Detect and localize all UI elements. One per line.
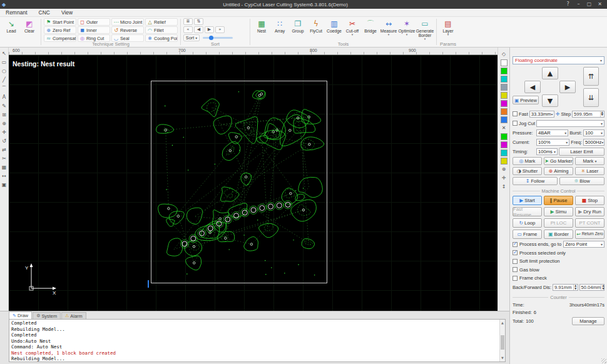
mark-button[interactable]: ◎Mark	[513, 157, 542, 165]
sort-nav-icon-3[interactable]: »	[215, 26, 225, 33]
tool-button-coedge[interactable]: ▥Coedge	[325, 18, 343, 41]
stop-button[interactable]: ■Stop	[575, 196, 604, 205]
spinner-arrows[interactable]: ▲▼	[601, 285, 604, 290]
frame-button[interactable]: ▭Frame	[513, 230, 542, 239]
pt-loc-button[interactable]: Pt LOC	[544, 218, 573, 228]
tool-button-measure[interactable]: ↔Measure▾	[380, 18, 397, 41]
return-zero-button[interactable]: ↩Return Zero	[575, 230, 604, 239]
laser-toggle[interactable]: ✳Laser	[575, 167, 604, 175]
soft-limit-protection-checkbox[interactable]	[513, 259, 518, 264]
ribbon-button-micro-joint[interactable]: ⋯Micro Joint	[111, 18, 144, 26]
rectangle-icon[interactable]: ▭	[1, 58, 8, 66]
layer-color-swatch[interactable]	[501, 59, 508, 66]
tool-button-flycut[interactable]: ϟFlyCut	[307, 18, 325, 41]
jog-right-button[interactable]: ▶	[559, 81, 576, 93]
z-down-button[interactable]: ⇊	[583, 88, 599, 107]
ribbon-button-start-point[interactable]: ⚑Start Point	[44, 18, 76, 26]
measure-icon[interactable]: ↔	[1, 172, 8, 180]
layer-color-swatch[interactable]	[501, 141, 508, 148]
sort-nav-icon-2[interactable]: ▶	[205, 26, 214, 33]
layer-color-swatch[interactable]	[501, 158, 508, 164]
process-selected-only-checkbox[interactable]	[513, 250, 518, 255]
scroll-up-icon[interactable]: ▲	[500, 320, 505, 326]
ribbon-button-outer[interactable]: ◻Outer	[78, 18, 110, 26]
layer-color-swatch[interactable]	[501, 68, 508, 74]
mark-menu-button[interactable]: Mark▾	[575, 157, 604, 165]
log-tab-alarm[interactable]: ⚠Alarm	[61, 312, 86, 319]
burst-select[interactable]: 100▾	[583, 129, 604, 136]
help-button[interactable]: ?	[563, 1, 573, 8]
sort-nav-icon-0[interactable]: «	[183, 26, 193, 33]
dry-run-button[interactable]: ▶Dry Run	[575, 207, 604, 216]
nest-icon[interactable]: ▦	[1, 163, 8, 171]
jog-left-button[interactable]: ◀	[524, 81, 541, 93]
maximize-button[interactable]: ▢	[584, 1, 594, 8]
cut-icon[interactable]: ✂	[1, 154, 8, 163]
z-up-button[interactable]: ⇈	[583, 67, 599, 86]
pan-icon[interactable]: ✛	[1, 128, 8, 136]
layer-icon[interactable]: ▣	[1, 181, 8, 189]
sort-order-icon-0[interactable]: ≣	[183, 18, 193, 25]
layer-color-swatch[interactable]	[501, 108, 508, 115]
pan-view-icon[interactable]: ✛	[500, 174, 508, 182]
layer-select-icon[interactable]: ◇	[500, 51, 508, 58]
ribbon-button-relief[interactable]: △Relief	[145, 18, 178, 26]
simu-button[interactable]: ▶Simu	[544, 207, 573, 216]
preview-button[interactable]: ▣ Preview	[513, 96, 539, 104]
tool-button-nest[interactable]: ▦Nest	[253, 18, 270, 41]
timing-select[interactable]: 100ms▾	[536, 148, 558, 155]
jog-cut-checkbox[interactable]	[513, 121, 518, 126]
sort-button[interactable]: Sort ▾	[183, 34, 200, 41]
circle-icon[interactable]: ○	[1, 67, 8, 75]
tool-button-group[interactable]: ❐Group	[289, 18, 307, 41]
minimize-button[interactable]: –	[573, 1, 584, 8]
ribbon-button-fillet[interactable]: ◠Fillet	[145, 26, 178, 34]
gas-blow-checkbox[interactable]	[513, 267, 518, 272]
menu-item-view[interactable]: View	[56, 9, 78, 17]
forward-distance-input[interactable]: 50.04mm ▲▼	[579, 284, 604, 291]
select-icon[interactable]: ↖	[1, 49, 8, 58]
zoom-icon[interactable]: ⊕	[1, 119, 8, 128]
text-icon[interactable]: A	[1, 93, 8, 101]
ribbon-button-zero-ref[interactable]: ⊕Zero Ref	[44, 26, 76, 34]
process-end-position-select[interactable]: Zero Point▾	[563, 241, 604, 248]
arc-icon[interactable]: ⌒	[1, 84, 8, 93]
fast-resume-button[interactable]: Fast Resume	[513, 207, 542, 216]
border-button[interactable]: ▣Border	[544, 230, 573, 239]
line-icon[interactable]: ╱	[1, 76, 8, 84]
menu-item-remnant[interactable]: Remnant	[0, 9, 33, 17]
current-select[interactable]: 100%▾	[536, 139, 569, 146]
clear-layer-icon[interactable]: ✕	[500, 124, 508, 132]
coordinate-mode-select[interactable]: Floating coordinate ▾	[513, 56, 604, 64]
drawing-canvas[interactable]: Nesting: Nest result Y X	[9, 55, 497, 311]
fast-checkbox[interactable]	[513, 111, 518, 116]
jog-down-button[interactable]: ▼	[542, 94, 558, 107]
aiming-toggle[interactable]: ⊕Aiming	[544, 167, 573, 175]
fit-view-icon[interactable]: ↕	[500, 183, 508, 191]
menu-item-cnc[interactable]: CNC	[33, 9, 56, 17]
zoom-in-icon[interactable]: ⊕	[500, 166, 508, 173]
follow-toggle[interactable]: ↕Follow	[513, 177, 558, 185]
scroll-down-icon[interactable]: ▼	[500, 355, 505, 361]
layer-color-swatch[interactable]	[501, 100, 508, 107]
jog-up-button[interactable]: ▲	[542, 67, 558, 79]
layer-color-swatch[interactable]	[501, 133, 508, 140]
clear-button[interactable]: ◩ Clear	[21, 18, 38, 41]
frame-check-checkbox[interactable]	[513, 276, 518, 281]
sort-order-icon-1[interactable]: ⇅	[194, 18, 203, 25]
sort-nav-icon-1[interactable]: ◀	[194, 26, 203, 33]
loop-button[interactable]: ↻Loop	[513, 218, 542, 228]
grid-icon[interactable]: ⊞	[1, 111, 8, 119]
layer-color-swatch[interactable]	[501, 149, 508, 156]
layer-color-swatch[interactable]	[501, 92, 508, 99]
layer-color-swatch[interactable]	[501, 84, 508, 91]
tool-button-cut-off[interactable]: ✂Cut-off▾	[344, 18, 361, 41]
pause-button[interactable]: ‖Pause	[544, 196, 573, 205]
spinner-arrows[interactable]: ▲▼	[573, 285, 577, 290]
undo-icon[interactable]: ↺	[1, 137, 8, 145]
freq-select[interactable]: 5000Hz▾	[583, 139, 604, 146]
manage-button[interactable]: Manage	[572, 317, 604, 325]
blow-toggle[interactable]: ☼Blow	[559, 177, 604, 185]
tool-button-array[interactable]: ∷Array	[271, 18, 288, 41]
back-distance-input[interactable]: 9.91mm ▲▼	[553, 284, 578, 291]
